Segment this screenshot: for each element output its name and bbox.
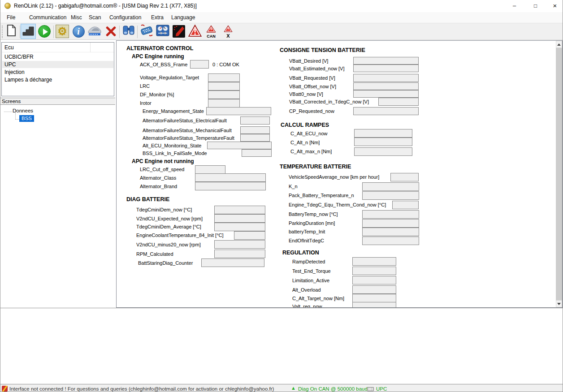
toolbar: ⚙ i	[0, 23, 563, 40]
new-session-button[interactable]	[4, 24, 19, 39]
field-label: VBatt0_now [V]	[289, 91, 323, 97]
field-value-box	[214, 214, 265, 223]
tree-connector	[15, 119, 19, 120]
ecu-list-header[interactable]: Ecu	[2, 43, 114, 52]
status-diag-mode: Diag On CAN @ 500000 bauds	[298, 386, 370, 392]
field-value-box	[214, 206, 265, 214]
ecu-list-item[interactable]: Lampes à décharge	[2, 76, 113, 83]
field-value-box	[362, 219, 419, 228]
status-active-ecu: UPC	[376, 386, 387, 392]
field-label: Alternator_Brand	[140, 184, 177, 189]
menu-item-misc[interactable]: Misc	[71, 14, 82, 21]
field-value-box	[362, 237, 419, 245]
info-button[interactable]: i	[71, 24, 86, 39]
window-title: RenOLink (2.12) - gabigafu@hotmail.com® …	[14, 3, 197, 9]
field-label: VehicleSpeedAverage_now [km per hour]	[289, 174, 379, 180]
arrow-up-icon	[557, 43, 561, 46]
menu-item-communication[interactable]: Communication	[29, 14, 66, 21]
status-bar: Interface not connected ! For questions …	[0, 384, 563, 392]
instrument-panel-button[interactable]	[155, 24, 170, 39]
interface-status-icon	[2, 386, 8, 392]
settings-button[interactable]: ⚙	[55, 24, 70, 39]
field-label: AlternatorFailureStatus_ElectricalFault	[143, 118, 227, 123]
vertical-scrollbar[interactable]	[556, 41, 562, 307]
field-label: Alt_ECU_Monitoring_State	[143, 143, 201, 148]
obd-interface-button[interactable]	[139, 24, 154, 39]
can-warning-icon: CAN	[206, 25, 216, 38]
app-icon	[4, 3, 11, 9]
scroll-up-button[interactable]	[556, 41, 562, 48]
search-button[interactable]	[121, 24, 136, 39]
menu-item-language[interactable]: Language	[171, 14, 195, 21]
field-label: C_Alt_ECU_now	[290, 131, 328, 136]
field-value-box	[207, 142, 272, 149]
field-value-box	[392, 201, 419, 209]
start-button[interactable]	[37, 24, 52, 39]
ecu-list-item[interactable]: Injection	[2, 69, 113, 76]
field-value-box	[240, 134, 270, 142]
field-value-box	[354, 129, 412, 138]
toolbar-gripper[interactable]	[2, 26, 3, 38]
field-label: AlternatorFailureStatus_MechanicalFault	[143, 128, 232, 133]
clear-errors-button[interactable]: X	[221, 24, 236, 39]
field-label: EngineCoolantTemperature_84_Init [°C]	[136, 233, 224, 238]
field-label: Limitation_Active	[292, 278, 329, 283]
field-label: CP_Requested_now	[289, 108, 334, 114]
menu-item-file[interactable]: File	[7, 14, 15, 21]
menu-item-scan[interactable]: Scan	[89, 14, 101, 21]
vehicle-button[interactable]	[87, 24, 102, 39]
field-label: Alt_Overload	[292, 287, 321, 293]
spray-tool-icon	[173, 25, 185, 38]
panel-bottom-divider	[0, 308, 563, 308]
arrow-down-icon	[557, 303, 561, 305]
title-bar: RenOLink (2.12) - gabigafu@hotmail.com® …	[0, 0, 563, 12]
menu-item-configuration[interactable]: Configuration	[109, 14, 141, 21]
field-value-box	[362, 210, 419, 219]
menu-item-extra[interactable]: Extra	[151, 14, 164, 21]
field-label: C_Alt_n [Nm]	[290, 140, 320, 145]
errors-button[interactable]	[187, 24, 203, 39]
field-value-box	[352, 267, 396, 275]
section-title: DIAG BATTERIE	[126, 196, 169, 202]
toolbar-separator	[20, 26, 20, 38]
tree-connector	[15, 112, 16, 119]
field-label: C_Alt_Target_now [Nm]	[292, 296, 344, 301]
field-value-box	[353, 65, 419, 72]
field-label: DF_Monitor [%]	[140, 92, 174, 97]
field-value-box	[362, 228, 419, 236]
field-label: BatteryTemp_now [°C]	[289, 211, 338, 217]
ecu-list-item[interactable]: UPC	[2, 61, 113, 68]
field-label: LRC	[140, 83, 150, 89]
toolbar-separator	[137, 26, 138, 38]
field-label: V2ndCU_Expected_now [rpm]	[136, 216, 203, 221]
toolbar-separator	[119, 26, 120, 38]
field-value-box	[208, 99, 240, 108]
ecu-list-item[interactable]: UCBIC/BFR	[2, 53, 113, 60]
flash-write-button[interactable]	[171, 24, 186, 39]
tree-connector	[4, 112, 12, 112]
can-errors-button[interactable]: CAN	[204, 24, 219, 39]
field-label: LRC_Cut_off_speed	[140, 167, 184, 172]
steps-icon	[22, 25, 35, 38]
minimize-button[interactable]: –	[504, 0, 524, 12]
steps-view-button[interactable]	[21, 24, 36, 39]
disconnect-button[interactable]	[103, 24, 118, 39]
close-button[interactable]: ×	[546, 0, 563, 12]
gauges-icon	[156, 24, 169, 39]
ack-status-text: 0 : COM OK	[212, 62, 239, 67]
scroll-down-button[interactable]	[556, 300, 562, 307]
field-label: C_Alt_max_n [Nm]	[290, 149, 332, 154]
ecu-header-label: Ecu	[4, 44, 14, 51]
field-value-box	[353, 57, 419, 65]
tree-node-bss-selected[interactable]: BSS	[19, 115, 34, 122]
maximize-button[interactable]: □	[525, 0, 546, 12]
field-label: VBatt_Offset_now [V]	[289, 84, 336, 89]
keyboard-icon	[367, 387, 374, 391]
section-title: CALCUL RAMPES	[281, 122, 329, 128]
field-label: BattStaringDiag_Counter	[138, 260, 193, 266]
field-label: TdegCminiDem_now [°C]	[136, 207, 192, 212]
field-value-box	[240, 116, 270, 125]
field-label: BSS_Link_In_FailSafe_Mode	[143, 151, 207, 156]
field-value-box	[214, 240, 265, 249]
field-label: RampDetected	[292, 259, 325, 264]
